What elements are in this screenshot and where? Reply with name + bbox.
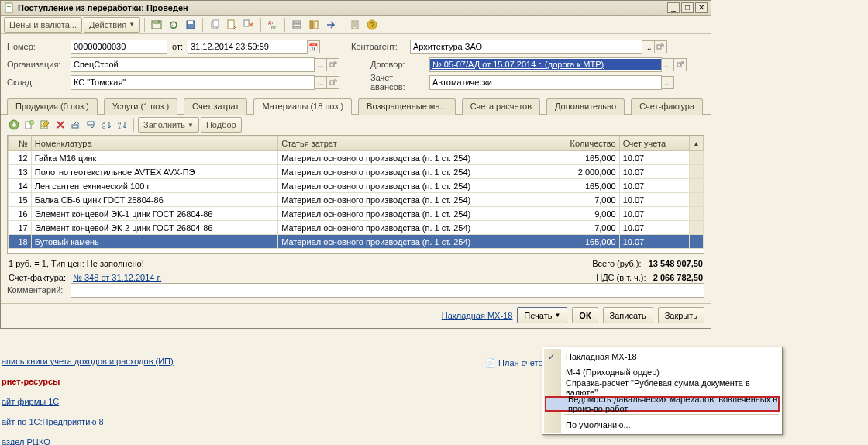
close-window-button[interactable]: ✕	[695, 2, 708, 13]
form-icon[interactable]	[306, 17, 322, 33]
contract-open-button[interactable]	[673, 58, 687, 71]
contractor-open-button[interactable]	[654, 40, 667, 53]
ok-button[interactable]: ОК	[572, 307, 598, 323]
pick-button[interactable]: Подбор	[201, 117, 242, 133]
warehouse-open-button[interactable]	[326, 76, 339, 89]
svg-rect-16	[315, 21, 318, 29]
copy-icon[interactable]	[207, 17, 222, 33]
number-label: Номер:	[7, 42, 71, 51]
link-rcko[interactable]: аздел РЦКО	[2, 437, 50, 445]
menu-mx18[interactable]: ✓Накладная МХ-18	[544, 349, 780, 364]
tab-1[interactable]: Услуги (1 поз.)	[104, 98, 177, 115]
tab-7[interactable]: Счет-фактура	[631, 98, 703, 115]
col-cost-item[interactable]: Статья затрат	[278, 136, 525, 151]
materials-table-frame: № Номенклатура Статья затрат Количество …	[7, 135, 704, 254]
titlebar: Поступление из переработки: Проведен _ □…	[1, 1, 711, 16]
comment-field[interactable]	[71, 283, 704, 298]
tab-0[interactable]: Продукция (0 поз.)	[7, 98, 98, 115]
col-number[interactable]: №	[9, 136, 32, 151]
svg-rect-8	[228, 20, 234, 29]
invoice-link[interactable]: № 348 от 31.12.2014 г.	[73, 273, 161, 282]
tab-5[interactable]: Счета расчетов	[462, 98, 540, 115]
sort-asc-icon[interactable]: AЯ	[100, 118, 114, 132]
table-row[interactable]: 17Элемент концевой ЭК-2 цинк ГОСТ 26804-…	[9, 221, 704, 235]
col-quantity[interactable]: Количество	[525, 136, 619, 151]
document-window: Поступление из переработки: Проведен _ □…	[0, 0, 711, 329]
menu-materials-report[interactable]: Ведомость давальческих мареиалов, вовлеч…	[545, 396, 780, 412]
svg-text:Кт: Кт	[271, 25, 276, 29]
link-income-book[interactable]: апись книги учета доходов и расходов (ИП…	[2, 357, 174, 366]
tab-6[interactable]: Дополнительно	[546, 98, 625, 115]
maximize-button[interactable]: □	[681, 2, 694, 13]
contractor-field[interactable]	[410, 40, 642, 54]
go-icon[interactable]	[323, 17, 339, 33]
org-select-button[interactable]: ...	[314, 58, 327, 71]
menu-m4[interactable]: М-4 (Приходный ордер)	[544, 364, 780, 380]
tab-4[interactable]: Возвращенные ма...	[358, 98, 456, 115]
move-up-icon[interactable]	[69, 118, 83, 132]
date-field[interactable]	[188, 40, 308, 54]
main-toolbar: Цены и валюта... Действия▼ ДтКт ?	[1, 16, 711, 34]
table-row[interactable]: 16Элемент концевой ЭК-1 цинк ГОСТ 26804-…	[9, 207, 704, 221]
mx18-link[interactable]: Накладная МХ-18	[442, 311, 513, 320]
actions-button[interactable]: Действия▼	[84, 17, 140, 33]
basis-icon[interactable]	[241, 17, 257, 33]
save-button[interactable]: Записать	[603, 307, 653, 323]
link-1c-site[interactable]: айт фирмы 1С	[2, 397, 59, 406]
tabs-bar: Продукция (0 поз.)Услуги (1 поз.)Счет за…	[1, 95, 711, 115]
from-label: от:	[172, 42, 183, 51]
table-row[interactable]: 15Балка СБ-6 цинк ГОСТ 25804-86Материал …	[9, 193, 704, 207]
advance-field[interactable]	[429, 75, 662, 90]
contract-select-button[interactable]: ...	[661, 58, 674, 71]
svg-text:Я: Я	[102, 126, 105, 130]
move-down-icon[interactable]	[84, 118, 98, 132]
table-row[interactable]: 18Бутовый каменьМатериал основного произ…	[9, 235, 704, 249]
prices-currency-button[interactable]: Цены и валюта...	[4, 17, 82, 33]
copy-row-icon[interactable]	[22, 118, 36, 132]
contract-label: Договор:	[370, 60, 429, 69]
contractor-select-button[interactable]: ...	[642, 40, 655, 53]
dt-kt-icon[interactable]: ДтКт	[265, 17, 281, 33]
scroll-up-button[interactable]: ▲	[689, 136, 703, 151]
close-button[interactable]: Закрыть	[658, 307, 704, 323]
fill-button[interactable]: Заполнить▼	[138, 117, 199, 133]
tab-3[interactable]: Материалы (18 поз.)	[253, 98, 352, 115]
structure-icon[interactable]	[289, 17, 305, 33]
settings-icon[interactable]	[347, 17, 363, 33]
tab-2[interactable]: Счет затрат	[184, 98, 247, 115]
advance-select-button[interactable]: ...	[661, 76, 674, 89]
number-field[interactable]	[71, 40, 167, 54]
table-row[interactable]: 14Лен сантентехнический 100 гМатериал ос…	[9, 179, 704, 193]
col-account[interactable]: Счет учета	[619, 136, 689, 151]
post-doc-icon[interactable]	[224, 17, 239, 33]
minimize-button[interactable]: _	[667, 2, 680, 13]
window-title: Поступление из переработки: Проведен	[18, 3, 667, 12]
add-row-icon[interactable]	[7, 118, 21, 132]
help-icon[interactable]: ?	[364, 17, 380, 33]
col-nomenclature[interactable]: Номенклатура	[31, 136, 277, 151]
menu-default[interactable]: По умолчанию...	[544, 417, 780, 433]
vat-label: НДС (в т. ч.):	[596, 273, 646, 282]
date-picker-button[interactable]: 📅	[307, 40, 320, 53]
total-label: Всего (руб.):	[592, 259, 641, 268]
print-button[interactable]: Печать▼	[517, 307, 567, 323]
org-label: Организация:	[7, 60, 71, 69]
menu-currency-report[interactable]: Справка-расчет "Рублевая сумма документа…	[544, 380, 780, 395]
svg-rect-1	[7, 5, 11, 5]
link-1c-ent[interactable]: айт по 1С:Предприятию 8	[2, 417, 104, 426]
post-icon[interactable]	[149, 17, 164, 33]
warehouse-field[interactable]	[71, 75, 315, 90]
table-row[interactable]: 12Гайка М16 цинкМатериал основного произ…	[9, 151, 704, 165]
org-field[interactable]	[71, 57, 315, 72]
contract-field[interactable]: № 05-07/АД от 15.07.2014 г. (дорога к МТ…	[429, 57, 662, 72]
edit-row-icon[interactable]	[38, 118, 52, 132]
sort-desc-icon[interactable]: ЯA	[115, 118, 129, 132]
table-toolbar: AЯ ЯA Заполнить▼ Подбор	[1, 115, 711, 135]
refresh-icon[interactable]	[166, 17, 181, 33]
table-row[interactable]: 13Полотно геотекстильное AVTEX AVX-ПЭМат…	[9, 165, 704, 179]
delete-row-icon[interactable]	[53, 118, 67, 132]
advance-label: Зачет авансов:	[370, 73, 429, 91]
save-icon[interactable]	[183, 17, 198, 33]
warehouse-select-button[interactable]: ...	[314, 76, 327, 89]
org-open-button[interactable]	[326, 58, 339, 71]
